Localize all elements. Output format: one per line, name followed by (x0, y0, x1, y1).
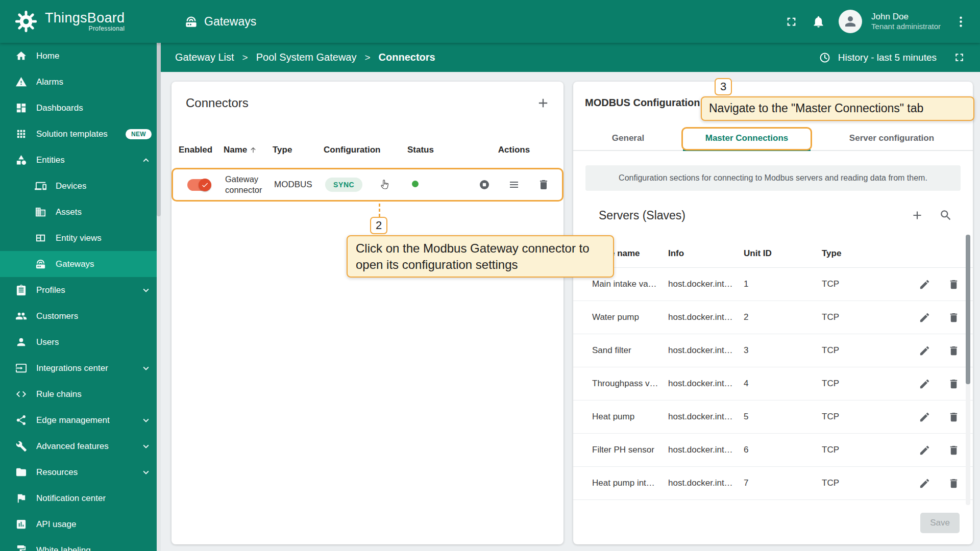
tab-server-configuration[interactable]: Server configuration (811, 127, 973, 150)
tab-general[interactable]: General (573, 127, 683, 150)
edit-server-icon[interactable] (919, 378, 930, 390)
sidebar-scrollbar[interactable] (157, 43, 161, 551)
server-row-main-intake-valve[interactable]: Main intake va… host.docker.int… 1 TCP (573, 268, 973, 301)
row-actions (878, 378, 960, 390)
profiles-icon (15, 284, 27, 296)
sidebar-item-label: Profiles (36, 285, 65, 295)
delete-server-icon[interactable] (948, 312, 960, 323)
breadcrumb-separator: > (364, 52, 370, 63)
add-server-icon[interactable] (911, 209, 924, 222)
solution-templates-icon (15, 128, 27, 140)
sidebar-item-advanced-features[interactable]: Advanced features (0, 433, 161, 459)
slave-info: host.docker.int… (668, 379, 744, 389)
column-name-sort[interactable]: Name (224, 145, 273, 155)
thingsboard-logo[interactable]: ThingsBoard Professional (0, 10, 161, 33)
sidebar-item-api-usage[interactable]: API usage (0, 511, 161, 537)
column-type: Type (822, 248, 878, 259)
tutorial-callout-3: Navigate to the "Master Connections" tab (701, 96, 974, 121)
dashboards-icon (15, 102, 27, 114)
tutorial-callout-2: Click on the Modbus Gateway connector to… (347, 235, 614, 278)
sidebar-item-users[interactable]: Users (0, 329, 161, 355)
white-labeling-icon (15, 544, 27, 551)
fullscreen-icon[interactable] (953, 51, 966, 64)
breadcrumb-separator: > (242, 52, 248, 63)
delete-connector-icon[interactable] (537, 179, 550, 191)
delete-server-icon[interactable] (948, 411, 960, 423)
sidebar-item-label: API usage (36, 519, 76, 530)
user-info[interactable]: John Doe Tenant administrator (871, 11, 941, 32)
chevron-down-icon (140, 285, 152, 296)
connector-configuration: SYNC (325, 178, 402, 192)
server-row-heat-pump-int[interactable]: Heat pump int… host.docker.int… 7 TCP (573, 467, 973, 500)
sidebar-item-edge-management[interactable]: Edge management (0, 407, 161, 433)
sidebar-item-gateways[interactable]: Gateways (0, 251, 161, 277)
avatar[interactable] (839, 10, 862, 33)
sidebar-item-entity-views[interactable]: Entity views (0, 225, 161, 251)
breadcrumb-pool-system-gateway[interactable]: Pool System Gateway (256, 52, 357, 63)
chevron-down-icon (140, 363, 152, 374)
sidebar-item-resources[interactable]: Resources (0, 459, 161, 485)
thingsboard-app: ThingsBoard Professional Gateways John D… (0, 0, 980, 551)
edit-server-icon[interactable] (919, 478, 930, 489)
enabled-toggle[interactable] (187, 179, 211, 191)
sidebar-item-devices[interactable]: Devices (0, 173, 161, 199)
history-range-button[interactable]: History - last 5 minutes (838, 52, 937, 63)
server-row-filter-ph-sensor[interactable]: Filter PH sensor host.docker.int… 6 TCP (573, 434, 973, 467)
add-connector-icon[interactable] (536, 96, 550, 110)
delete-server-icon[interactable] (948, 279, 960, 290)
chevron-up-icon (140, 155, 152, 166)
modbus-config-title: MODBUS Configuration (585, 97, 700, 109)
sidebar-item-white-labeling[interactable]: White labeling (0, 537, 161, 551)
connector-actions (473, 179, 555, 191)
delete-server-icon[interactable] (948, 378, 960, 390)
connector-row-gateway-connector[interactable]: Gateway connector MODBUS SYNC (172, 168, 564, 202)
logs-list-icon[interactable] (508, 179, 520, 191)
table-scrollbar-thumb[interactable] (966, 235, 970, 384)
sidebar-item-solution-templates[interactable]: Solution templates NEW (0, 121, 161, 147)
chevron-down-icon (140, 467, 152, 478)
breadcrumb-gateway-list[interactable]: Gateway List (175, 52, 234, 63)
table-scrollbar[interactable] (966, 235, 970, 505)
sidebar-item-entities[interactable]: Entities (0, 147, 161, 173)
slave-name: Water pump (592, 312, 668, 322)
slave-info: host.docker.int… (668, 345, 744, 356)
sidebar-item-home[interactable]: Home (0, 43, 161, 69)
fullscreen-icon[interactable] (785, 15, 798, 29)
sidebar-item-alarms[interactable]: Alarms (0, 69, 161, 95)
new-badge: NEW (126, 129, 152, 139)
edit-server-icon[interactable] (919, 345, 930, 357)
sidebar-item-customers[interactable]: Customers (0, 303, 161, 329)
sidebar-item-rule-chains[interactable]: Rule chains (0, 381, 161, 407)
server-row-throughpass-valve[interactable]: Throughpass v… host.docker.int… 4 TCP (573, 367, 973, 400)
notifications-bell-icon[interactable] (812, 15, 825, 29)
rpc-debug-icon[interactable] (478, 179, 491, 191)
edit-server-icon[interactable] (919, 444, 930, 456)
sidebar-item-assets[interactable]: Assets (0, 199, 161, 225)
sidebar-item-dashboards[interactable]: Dashboards (0, 95, 161, 121)
slave-type: TCP (822, 445, 878, 455)
servers-header: Servers (Slaves) (573, 204, 973, 227)
tutorial-step-3-badge: 3 (715, 78, 732, 95)
server-row-water-pump[interactable]: Water pump host.docker.int… 2 TCP (573, 301, 973, 334)
edit-server-icon[interactable] (919, 312, 930, 323)
gateways-icon (35, 258, 46, 270)
edit-server-icon[interactable] (919, 411, 930, 423)
sidebar-scrollbar-thumb[interactable] (157, 43, 161, 216)
delete-server-icon[interactable] (948, 478, 960, 489)
server-row-heat-pump[interactable]: Heat pump host.docker.int… 5 TCP (573, 400, 973, 434)
edit-server-icon[interactable] (919, 279, 930, 290)
search-icon[interactable] (939, 209, 952, 222)
sidebar-item-integrations-center[interactable]: Integrations center (0, 355, 161, 381)
save-button[interactable]: Save (920, 513, 960, 533)
row-actions (878, 279, 960, 290)
server-row-sand-filter[interactable]: Sand filter host.docker.int… 3 TCP (573, 334, 973, 367)
breadcrumb: Gateway List > Pool System Gateway > Con… (175, 52, 435, 63)
tab-master-connections[interactable]: Master Connections (683, 127, 811, 150)
more-menu-icon[interactable] (954, 15, 968, 29)
brand-subtitle: Professional (89, 25, 125, 32)
delete-server-icon[interactable] (948, 345, 960, 357)
column-type: Type (273, 145, 324, 155)
sidebar-item-profiles[interactable]: Profiles (0, 277, 161, 303)
sidebar-item-notification-center[interactable]: Notification center (0, 485, 161, 511)
delete-server-icon[interactable] (948, 444, 960, 456)
